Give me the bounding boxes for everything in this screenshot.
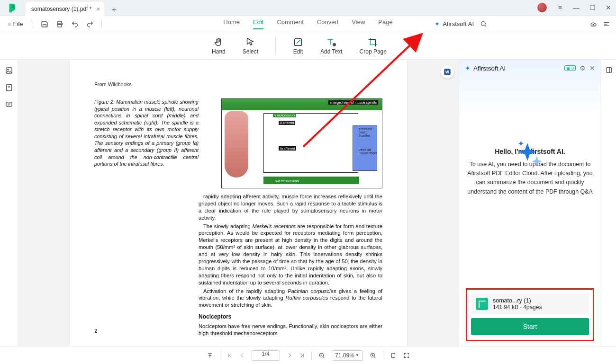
tab-home[interactable]: Home [223, 18, 240, 29]
panel-toggle-icon[interactable] [603, 20, 610, 28]
figure-label: Ia afferent [279, 146, 296, 151]
user-avatar[interactable] [537, 3, 547, 12]
edit-tool-label: Edit [293, 48, 303, 55]
page-indicator-input[interactable]: 1/4 [252, 350, 280, 361]
collapse-panel-icon[interactable] [605, 66, 613, 74]
crop-icon [368, 37, 378, 47]
sparkle-icon: ✦ [435, 20, 440, 27]
ai-badge[interactable]: ▣ 0 [564, 65, 576, 71]
svg-text:W: W [445, 70, 449, 74]
figure-label: intrafusal muscle fibers [357, 148, 380, 156]
cursor-icon [245, 37, 255, 47]
redo-icon[interactable] [86, 20, 94, 28]
quick-bar: ≡ File Home Edit Comment Convert View Pa… [0, 16, 616, 32]
tab-convert[interactable]: Convert [317, 18, 339, 29]
figure-label: γ-d motoneuron [274, 179, 300, 183]
hamburger-icon: ≡ [8, 20, 11, 27]
crop-page-tool-label: Crop Page [360, 48, 387, 55]
undo-icon[interactable] [71, 20, 79, 28]
separator [33, 20, 33, 28]
tab-page[interactable]: Page [378, 18, 392, 29]
edit-icon [293, 37, 303, 47]
thumbnails-icon[interactable] [5, 66, 13, 75]
window-close-icon[interactable]: ✕ [604, 3, 613, 12]
ai-button-label: Afirstsoft AI [443, 20, 474, 27]
tab-comment[interactable]: Comment [277, 18, 303, 29]
app-logo [7, 3, 17, 13]
figure-illustration: enlarged view of muscle spindle II affer… [221, 98, 382, 188]
sparkle-large-icon [515, 140, 545, 170]
separator [404, 36, 404, 55]
document-viewer[interactable]: From Wikibooks Figure 2: Mammalian muscl… [18, 60, 459, 346]
figure-label: enlarged view of muscle spindle [328, 100, 378, 105]
main-area: From Wikibooks Figure 2: Mammalian muscl… [0, 60, 616, 346]
prev-page-icon[interactable] [239, 353, 245, 358]
svg-point-1 [481, 22, 486, 26]
comments-icon[interactable] [5, 100, 13, 109]
add-text-tool[interactable]: Add Text [320, 37, 342, 55]
first-page-icon[interactable] [227, 353, 233, 358]
select-tool[interactable]: Select [243, 37, 258, 55]
ai-panel: ✦ Afirstsoft AI ▣ 0 ⚙ ✕ Hello, I'm Afirs… [459, 60, 601, 346]
file-type-icon [476, 298, 488, 310]
pdf-page: From Wikibooks Figure 2: Mammalian muscl… [70, 60, 407, 346]
add-text-tool-label: Add Text [320, 48, 342, 55]
scroll-top-icon[interactable] [207, 352, 213, 359]
search-icon[interactable] [480, 20, 487, 27]
hand-tool[interactable]: Hand [212, 37, 226, 55]
crop-page-tool[interactable]: Crop Page [360, 37, 387, 55]
svg-rect-0 [58, 24, 62, 27]
tab-view[interactable]: View [352, 18, 365, 29]
window-maximize-icon[interactable]: ☐ [588, 3, 597, 12]
svg-point-8 [7, 69, 8, 70]
separator [101, 20, 102, 28]
page-source-line: From Wikibooks [94, 81, 382, 87]
zoom-level[interactable]: 71.09%▼ [332, 350, 363, 361]
hamburger-menu-icon[interactable]: ≡ [555, 3, 565, 12]
edit-tool[interactable]: Edit [293, 37, 303, 55]
zoom-out-icon[interactable] [318, 352, 325, 359]
window-minimize-icon[interactable]: — [571, 3, 581, 12]
save-icon[interactable] [41, 20, 48, 28]
ai-button[interactable]: ✦ Afirstsoft AI [435, 20, 474, 27]
right-rail [601, 60, 616, 346]
document-tab[interactable]: somatosensory (1).pdf * × [26, 2, 104, 16]
hand-icon [213, 37, 224, 47]
ai-panel-title: Afirstsoft AI [473, 65, 506, 72]
add-text-icon [326, 37, 336, 47]
ai-file-row[interactable]: somato...ry (1) 141.94 kB · 4pages [471, 293, 589, 314]
separator [220, 351, 220, 360]
bookmarks-icon[interactable] [5, 83, 13, 92]
next-page-icon[interactable] [287, 353, 292, 358]
ai-start-button[interactable]: Start [471, 318, 589, 335]
convert-to-word-badge[interactable]: W [441, 65, 454, 79]
left-rail [0, 60, 18, 346]
svg-rect-11 [606, 68, 611, 73]
separator [311, 351, 312, 360]
svg-rect-10 [6, 102, 12, 107]
new-tab-button[interactable]: + [108, 4, 120, 16]
hand-tool-label: Hand [212, 48, 226, 55]
close-tab-icon[interactable]: × [96, 5, 100, 13]
zoom-in-icon[interactable] [370, 352, 376, 359]
close-icon[interactable]: ✕ [589, 64, 595, 72]
page-number: 2 [94, 328, 97, 334]
separator [383, 351, 383, 360]
file-menu-label: File [13, 20, 23, 27]
cloud-upload-icon[interactable] [589, 20, 597, 28]
select-tool-label: Select [243, 48, 258, 55]
fullscreen-icon[interactable] [403, 352, 410, 359]
print-icon[interactable] [56, 20, 63, 28]
status-bar: 1/4 71.09%▼ [0, 346, 616, 364]
svg-rect-18 [391, 353, 395, 357]
fit-page-icon[interactable] [390, 352, 397, 359]
tab-edit[interactable]: Edit [253, 18, 263, 29]
gear-icon[interactable]: ⚙ [580, 64, 586, 72]
figure-caption: Figure 2: Mammalian muscle spindle showi… [94, 98, 199, 168]
sparkle-icon: ✦ [465, 64, 471, 72]
figure-label: extrafusal (main) muscles [357, 127, 380, 138]
ai-upload-box: somato...ry (1) 141.94 kB · 4pages Start [466, 288, 594, 341]
ai-file-meta: 141.94 kB · 4pages [493, 304, 542, 311]
last-page-icon[interactable] [299, 353, 305, 358]
file-menu-button[interactable]: ≡ File [5, 20, 26, 27]
